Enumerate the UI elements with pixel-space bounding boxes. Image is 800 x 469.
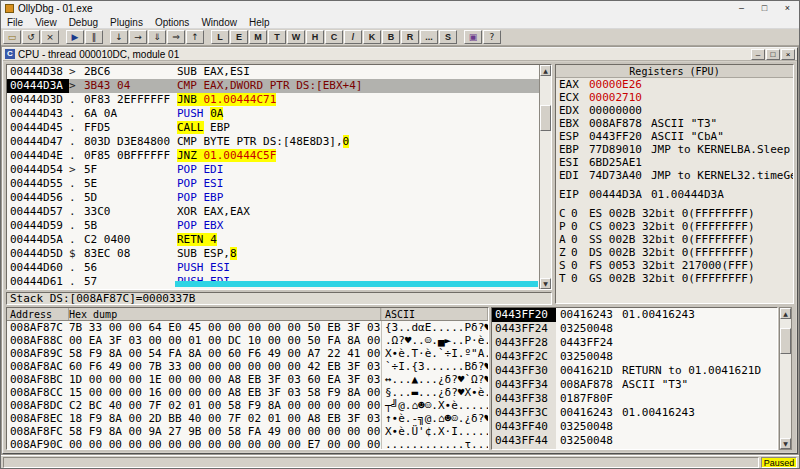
registers-pane-title[interactable]: Registers (FPU) [556,65,793,78]
menu-item-window[interactable]: Window [195,17,243,28]
disassembly-scrollbar[interactable]: ▲ ▼ [539,65,551,289]
flag-row[interactable]: S0FS 0053 32bit 217000(FFF) [556,259,793,272]
menu-item-options[interactable]: Options [149,17,195,28]
dump-row[interactable]: 008AF87C7B 33 00 00 64 E0 45 00 00 00 00… [7,321,488,334]
scroll-up-arrow-icon[interactable]: ▲ [540,65,551,76]
register-row[interactable]: EIP00444D3A01.00444D3A [556,188,793,201]
menu-item-view[interactable]: View [29,17,63,28]
disasm-row[interactable]: 00444D43.6A 0APUSH 0A [7,107,551,121]
executables-window-button[interactable]: E [230,30,248,44]
cpu-minimize-button[interactable]: – [751,49,765,60]
dump-row[interactable]: 008AF88C00 EA 3F 03 00 00 01 00 DC 10 00… [7,334,488,347]
dump-row[interactable]: 008AF8FC58 F9 8A 00 9A 27 9B 00 58 FA 49… [7,425,488,438]
restart-button[interactable]: ↺ [22,30,40,44]
flag-row[interactable]: P0CS 0023 32bit 0(FFFFFFFF) [556,220,793,233]
stack-row[interactable]: 0443FF200041624301.00416243 [492,308,777,322]
flag-row[interactable]: A0SS 002B 32bit 0(FFFFFFFF) [556,233,793,246]
close-button[interactable]: × [776,1,799,16]
disasm-row[interactable]: 00444D3D.0F83 2EFFFFFFJNB 01.00444C71 [7,93,551,107]
stack-scrollbar[interactable]: ▲ ▼ [779,307,792,450]
animate-over-button[interactable]: ⇒ [167,30,185,44]
stack-scroll-down-arrow-icon[interactable]: ▼ [780,438,791,449]
stack-row[interactable]: 0443FF4403250048 [492,434,777,448]
stack-row[interactable]: 0443FF480443FF38 [492,448,777,450]
stack-row[interactable]: 0443FF2403250048 [492,322,777,336]
call-stack-window-button[interactable]: K [363,30,381,44]
dump-row[interactable]: 008AF8DCC2 BC 40 00 7F 02 01 00 58 F9 8A… [7,399,488,412]
cpu-close-button[interactable]: × [781,49,795,60]
flag-row[interactable]: Z0DS 002B 32bit 0(FFFFFFFF) [556,246,793,259]
stack-row[interactable]: 0443FF34008AF878ASCII "T3" [492,378,777,392]
references-window-button[interactable]: R [401,30,419,44]
register-row[interactable]: EDX00000000 [556,104,793,117]
menu-item-help[interactable]: Help [243,17,276,28]
dump-row[interactable]: 008AF8CC15 00 00 00 16 00 00 00 A8 EB 3F… [7,386,488,399]
dump-row[interactable]: 008AF8BC1D 00 00 00 1E 00 00 00 A8 EB 3F… [7,373,488,386]
disasm-row[interactable]: 00444D47.803D D3E84800CMP BYTE PTR DS:[4… [7,135,551,149]
dump-row[interactable]: 008AF89C58 F9 8A 00 54 FA 8A 00 60 F6 49… [7,347,488,360]
dump-row[interactable]: 008AF8AC60 F6 49 00 7B 33 00 00 00 00 00… [7,360,488,373]
windows-window-button[interactable]: W [287,30,305,44]
stack-row[interactable]: 0443FF2C03250048 [492,350,777,364]
dump-row[interactable]: 008AF90C00 00 00 00 00 00 00 00 00 00 00… [7,438,488,450]
stack-row[interactable]: 0443FF380187F80F [492,392,777,406]
step-over-button[interactable]: → [129,30,147,44]
disasm-row[interactable]: 00444D3A>3B43 04CMP EAX,DWORD PTR DS:[EB… [7,79,551,93]
register-row[interactable]: ESI6BD25AE1 [556,156,793,169]
minimize-button[interactable]: – [730,1,753,16]
handles-window-button[interactable]: H [306,30,324,44]
register-row[interactable]: EBP77D89010JMP to KERNELBA.Sleep [556,143,793,156]
execute-till-return-button[interactable]: ↑ [186,30,204,44]
stack-scrollbar-thumb[interactable] [780,328,791,354]
menu-item-plugins[interactable]: Plugins [104,17,149,28]
register-row[interactable]: EDI74D73A40JMP to KERNEL32.timeGetTi [556,169,793,182]
cpu-window-button[interactable]: C [325,30,343,44]
disasm-row[interactable]: 00444D57.33C0XOR EAX,EAX [7,205,551,219]
register-row[interactable]: EBX008AF878ASCII "T3" [556,117,793,130]
disasm-row[interactable]: 00444D5A.C2 0400RETN 4 [7,233,551,247]
help-button[interactable]: ? [483,30,501,44]
source-window-button[interactable]: S [439,30,457,44]
disasm-row[interactable]: 00444D56.5DPOP EBP [7,191,551,205]
maximize-button[interactable]: □ [753,1,776,16]
stack-scroll-up-arrow-icon[interactable]: ▲ [780,308,791,319]
cpu-title-bar[interactable]: C CPU - thread 000010DC, module 01 – □ × [3,48,797,61]
close-program-button[interactable]: × [41,30,59,44]
disassembly-scrollbar-thumb[interactable] [540,105,551,131]
options-button[interactable]: ▣ [464,30,482,44]
run-trace-window-button[interactable]: ... [420,30,438,44]
disasm-row[interactable]: 00444D38>2BC6SUB EAX,ESI [7,65,551,79]
pause-button[interactable]: ‖ [85,30,103,44]
disasm-row[interactable]: 00444D4E.0F85 0BFFFFFFJNZ 01.00444C5F [7,149,551,163]
dump-row[interactable]: 008AF8EC18 F9 8A 00 2D BB 40 00 7F 02 01… [7,412,488,425]
disasm-row[interactable]: 00444D59.5BPOP EBX [7,219,551,233]
open-file-button[interactable]: ▭ [3,30,21,44]
flag-row[interactable]: C0ES 002B 32bit 0(FFFFFFFF) [556,207,793,220]
patches-window-button[interactable]: / [344,30,362,44]
menu-item-debug[interactable]: Debug [63,17,104,28]
breakpoints-window-button[interactable]: B [382,30,400,44]
stack-row[interactable]: 0443FF280443FF24 [492,336,777,350]
memory-window-button[interactable]: M [249,30,267,44]
threads-window-button[interactable]: T [268,30,286,44]
register-row[interactable]: EAX00000E26 [556,78,793,91]
cpu-restore-button[interactable]: □ [766,49,780,60]
disasm-row[interactable]: 00444D54>5FPOP EDI [7,163,551,177]
disasm-row[interactable]: 00444D5D$83EC 08SUB ESP,8 [7,247,551,261]
disasm-row[interactable]: 00444D60.56PUSH ESI [7,261,551,275]
stack-row[interactable]: 0443FF300041621DRETURN to 01.0041621D [492,364,777,378]
animate-into-button[interactable]: ⇓ [148,30,166,44]
disasm-row[interactable]: 00444D45.FFD5CALL EBP [7,121,551,135]
flag-row[interactable]: T0GS 002B 32bit 0(FFFFFFFF) [556,272,793,285]
menu-item-file[interactable]: File [1,17,29,28]
title-bar[interactable]: OllyDbg - 01.exe – □ × [1,1,799,16]
disasm-row[interactable]: 00444D55.5EPOP ESI [7,177,551,191]
step-into-button[interactable]: ↓ [110,30,128,44]
stack-row[interactable]: 0443FF3C0041624301.00416243 [492,406,777,420]
register-row[interactable]: ECX00002710 [556,91,793,104]
log-window-button[interactable]: L [211,30,229,44]
register-row[interactable]: ESP0443FF20ASCII "CbA" [556,130,793,143]
scroll-down-arrow-icon[interactable]: ▼ [540,278,551,289]
stack-row[interactable]: 0443FF4003250048 [492,420,777,434]
run-button[interactable]: ▶ [66,30,84,44]
